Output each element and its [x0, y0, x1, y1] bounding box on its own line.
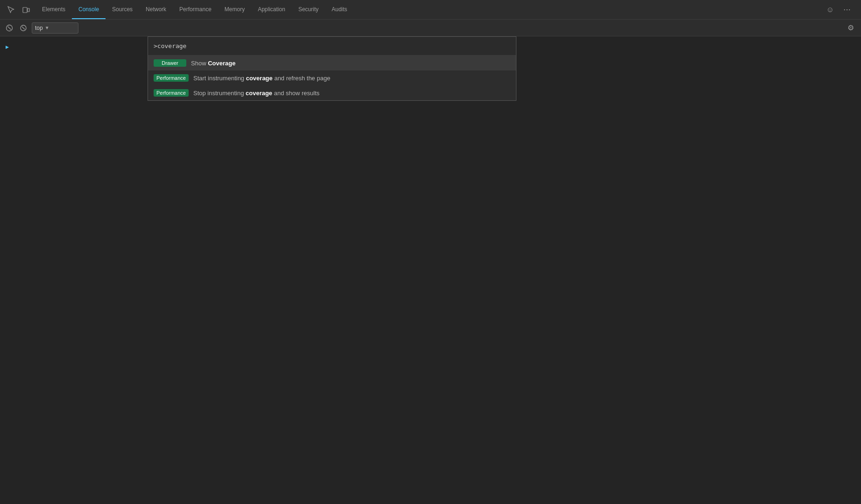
more-options-button[interactable]: ⋯ [840, 3, 854, 16]
suggestion-text-start-coverage: Start instrumenting coverage and refresh… [193, 75, 330, 82]
console-content: ▸ Drawer Show Coverage Performance Start… [0, 36, 861, 504]
tab-network[interactable]: Network [139, 0, 173, 19]
tab-performance[interactable]: Performance [173, 0, 218, 19]
nav-icons [2, 3, 35, 16]
feedback-button[interactable]: ☺ [824, 3, 837, 16]
inspect-element-button[interactable] [5, 3, 18, 16]
top-nav: Elements Console Sources Network Perform… [0, 0, 861, 20]
devtools-container: Elements Console Sources Network Perform… [0, 0, 861, 504]
context-value: top [35, 25, 43, 31]
suggestion-text-stop-coverage: Stop instrumenting coverage and show res… [193, 90, 319, 97]
performance-badge-1: Performance [154, 74, 189, 82]
suggestion-stop-coverage[interactable]: Performance Stop instrumenting coverage … [148, 85, 516, 100]
suggestion-show-coverage[interactable]: Drawer Show Coverage [148, 56, 516, 70]
svg-rect-0 [23, 7, 27, 13]
nav-right: ☺ ⋯ [824, 3, 859, 16]
suggestion-start-coverage[interactable]: Performance Start instrumenting coverage… [148, 70, 516, 85]
svg-line-3 [8, 26, 11, 29]
autocomplete-dropdown: Drawer Show Coverage Performance Start i… [148, 36, 516, 101]
tab-sources[interactable]: Sources [106, 0, 139, 19]
context-selector[interactable]: top ▼ [32, 22, 78, 34]
tab-memory[interactable]: Memory [218, 0, 251, 19]
tab-application[interactable]: Application [251, 0, 292, 19]
nav-tabs: Elements Console Sources Network Perform… [35, 0, 354, 19]
expand-arrow-icon[interactable]: ▸ [6, 43, 9, 50]
suggestion-text-show-coverage: Show Coverage [191, 60, 235, 67]
console-input[interactable] [154, 42, 510, 49]
svg-line-5 [22, 27, 25, 29]
settings-button[interactable]: ⚙ [844, 21, 857, 35]
console-toolbar: top ▼ ⚙ [0, 20, 861, 36]
performance-badge-2: Performance [154, 89, 189, 97]
toolbar-right: ⚙ [844, 21, 857, 35]
svg-rect-1 [28, 8, 29, 12]
chevron-down-icon: ▼ [45, 25, 49, 30]
clear-console-button[interactable] [4, 22, 15, 34]
tab-audits[interactable]: Audits [325, 0, 353, 19]
device-toggle-button[interactable] [20, 3, 33, 16]
drawer-badge: Drawer [154, 59, 186, 67]
console-input-row [148, 37, 516, 56]
tab-console[interactable]: Console [72, 0, 106, 19]
filter-button[interactable] [18, 22, 29, 34]
tab-elements[interactable]: Elements [35, 0, 72, 19]
tab-security[interactable]: Security [292, 0, 325, 19]
